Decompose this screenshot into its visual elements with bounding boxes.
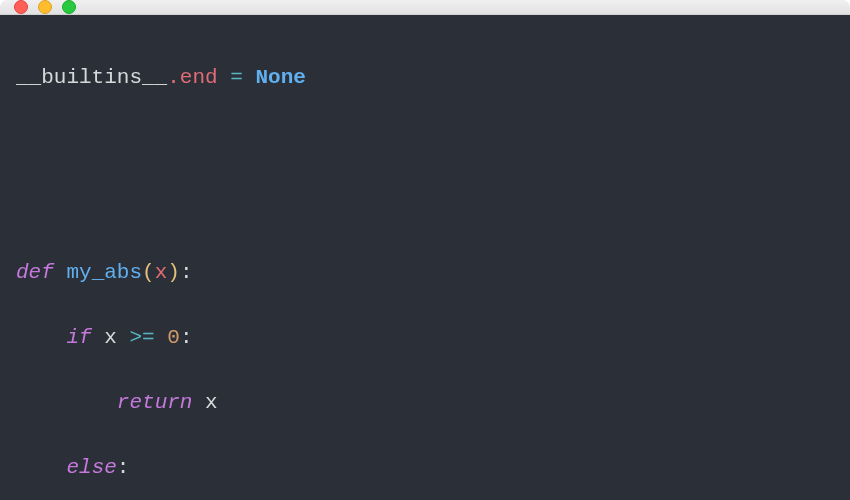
token-keyword: def [16,261,54,284]
token-paren: ) [167,261,180,284]
token-keyword: return [117,391,193,414]
code-line: if x >= 0: [16,322,834,355]
code-editor[interactable]: __builtins__.end = None def my_abs(x): i… [0,15,850,500]
token-var: __builtins__ [16,66,167,89]
window-titlebar [0,0,850,15]
close-icon[interactable] [14,0,28,14]
token-keyword: if [66,326,91,349]
token-keyword: else [66,456,116,479]
token-paren: ( [142,261,155,284]
token-number: 0 [167,326,180,349]
token-attr: .end [167,66,217,89]
token-param: x [155,261,168,284]
code-line [16,127,834,160]
code-line: __builtins__.end = None [16,62,834,95]
minimize-icon[interactable] [38,0,52,14]
maximize-icon[interactable] [62,0,76,14]
token-op: = [218,66,256,89]
token-op: >= [129,326,154,349]
code-line [16,192,834,225]
token-func: my_abs [66,261,142,284]
code-line: return x [16,387,834,420]
editor-window: __builtins__.end = None def my_abs(x): i… [0,0,850,500]
code-line: else: [16,452,834,485]
token-const: None [255,66,305,89]
code-line: def my_abs(x): [16,257,834,290]
